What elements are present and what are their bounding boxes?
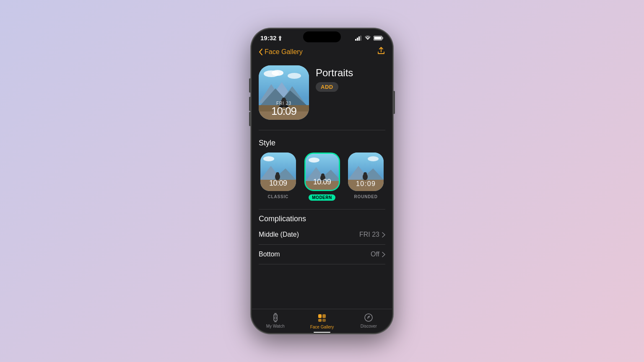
discover-icon (364, 313, 374, 323)
my-watch-icon (270, 313, 280, 323)
style-item-rounded[interactable]: 10:09 ROUNDED (346, 153, 385, 201)
svg-rect-48 (318, 319, 322, 322)
modern-time-overlay: 10:09 (306, 174, 339, 190)
watch-face-time: 10:09 (262, 106, 306, 116)
complications-section: Complications Middle (Date) FRI 23 Botto… (259, 211, 385, 264)
svg-rect-47 (322, 314, 326, 318)
watch-face-time-overlay: FRI 23 10:09 (259, 98, 309, 120)
complication-value-bottom: Off (371, 251, 385, 258)
rounded-time-overlay: 10:09 (348, 177, 384, 191)
tab-bar: My Watch Face Gallery Discover (252, 309, 392, 333)
navigation-bar: Face Gallery (252, 43, 392, 61)
complication-row-middle[interactable]: Middle (Date) FRI 23 (259, 225, 385, 245)
tab-discover[interactable]: Discover (345, 313, 392, 332)
svg-point-9 (272, 70, 283, 76)
tab-face-gallery[interactable]: Face Gallery (299, 313, 345, 333)
battery-icon (374, 36, 384, 41)
svg-rect-46 (318, 314, 322, 318)
svg-point-45 (274, 317, 276, 319)
svg-rect-44 (274, 315, 276, 316)
share-button[interactable] (377, 47, 385, 57)
back-label: Face Gallery (265, 48, 303, 56)
time-display: 19:32 (260, 34, 276, 41)
svg-rect-5 (382, 37, 384, 39)
svg-rect-49 (322, 319, 326, 322)
complication-value-text-bottom: Off (371, 251, 379, 258)
style-item-modern[interactable]: 10:09 MODERN (303, 153, 342, 201)
svg-point-23 (263, 156, 274, 161)
tab-my-watch[interactable]: My Watch (252, 313, 299, 332)
main-content: FRI 23 10:09 Portraits ADD Style (252, 61, 392, 309)
svg-point-28 (276, 172, 279, 176)
face-info: Portraits ADD (316, 65, 353, 92)
add-button[interactable]: ADD (316, 82, 338, 92)
tab-active-indicator (314, 332, 330, 333)
style-label-classic: CLASSIC (268, 194, 289, 199)
dynamic-island (303, 31, 341, 42)
tab-discover-label: Discover (361, 324, 377, 328)
svg-point-37 (368, 156, 379, 161)
style-options: 10:09 CLASSIC (259, 153, 385, 207)
location-icon (278, 36, 282, 41)
face-title: Portraits (316, 67, 353, 79)
style-watch-rounded: 10:09 (348, 153, 384, 191)
back-chevron-icon (259, 49, 263, 55)
svg-rect-2 (358, 36, 360, 41)
style-section: Style (259, 132, 385, 207)
signal-icon (355, 36, 362, 41)
style-label-rounded: ROUNDED (354, 194, 378, 199)
complication-value-middle: FRI 23 (359, 231, 385, 238)
chevron-right-icon-middle (382, 232, 385, 238)
svg-point-30 (309, 158, 319, 163)
complication-label-bottom: Bottom (259, 251, 280, 258)
svg-rect-0 (355, 39, 356, 41)
watch-face-date: FRI 23 (262, 101, 306, 106)
style-item-classic[interactable]: 10:09 CLASSIC (259, 153, 298, 201)
style-label-modern: MODERN (309, 194, 335, 201)
style-section-title: Style (259, 132, 385, 153)
classic-time-overlay: 10:09 (260, 176, 296, 191)
tab-my-watch-label: My Watch (266, 324, 285, 328)
share-icon (377, 47, 385, 55)
complications-title: Complications (259, 211, 385, 225)
back-button[interactable]: Face Gallery (259, 48, 303, 56)
watch-face-preview: FRI 23 10:09 (259, 65, 309, 120)
complication-label-middle: Middle (Date) (259, 231, 299, 238)
phone-screen: 19:32 (252, 29, 392, 333)
status-icons (355, 36, 384, 41)
complication-row-bottom[interactable]: Bottom Off (259, 245, 385, 264)
svg-rect-6 (374, 36, 382, 39)
face-preview-section: FRI 23 10:09 Portraits ADD (259, 61, 385, 128)
divider-1 (259, 130, 385, 130)
svg-point-42 (364, 172, 367, 176)
complication-value-text-middle: FRI 23 (359, 231, 379, 238)
phone-device: 19:32 (251, 28, 393, 334)
style-watch-modern: 10:09 (304, 153, 340, 191)
status-time: 19:32 (260, 34, 282, 41)
svg-point-10 (288, 73, 301, 79)
face-gallery-icon (317, 313, 327, 323)
svg-rect-1 (357, 38, 358, 41)
divider-2 (259, 209, 385, 209)
chevron-right-icon-bottom (382, 252, 385, 257)
tab-face-gallery-label: Face Gallery (310, 325, 334, 329)
svg-rect-3 (360, 36, 361, 41)
wifi-icon (364, 36, 371, 41)
svg-point-52 (368, 317, 369, 318)
style-watch-classic: 10:09 (260, 153, 296, 191)
